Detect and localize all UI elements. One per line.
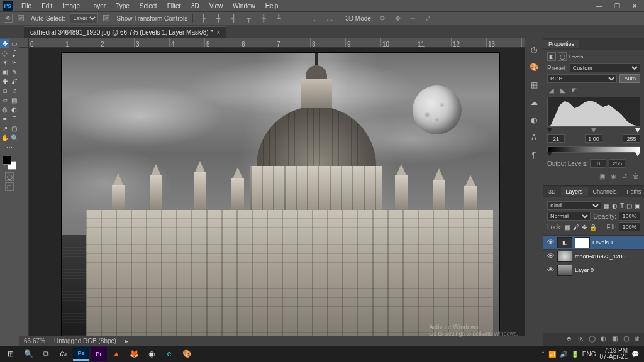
output-black-field[interactable] [590,159,606,168]
white-point-slider[interactable] [635,128,640,133]
start-button[interactable]: ⊞ [3,347,19,361]
visibility-toggle-icon[interactable]: 👁 [546,238,555,247]
show-transform-checkbox[interactable]: ✓ [103,15,109,21]
distribute-h-icon[interactable]: ⋯ [294,13,304,23]
tab-paths[interactable]: Paths [622,187,644,196]
healing-tool[interactable]: ✚ [0,77,9,86]
menu-layer[interactable]: Layer [85,1,111,11]
window-restore-icon[interactable]: ❐ [609,3,625,9]
tab-channels[interactable]: Channels [588,187,622,196]
layer-name[interactable]: moon-416973_1280 [575,253,626,260]
filter-type-icon[interactable]: T [620,202,624,209]
tray-battery-icon[interactable]: 🔋 [571,351,579,358]
hand-tool[interactable]: ✋ [0,133,9,143]
taskbar-firefox-icon[interactable]: 🦊 [126,347,142,361]
delete-layer-icon[interactable]: 🗑 [633,335,641,344]
menu-filter[interactable]: Filter [162,1,186,11]
marquee-tool[interactable]: ◌ [0,48,9,58]
gradient-tool[interactable]: ▤ [9,96,19,105]
taskbar-premiere-icon[interactable]: Pr [91,347,107,361]
ruler-origin[interactable] [19,38,29,48]
lock-position-icon[interactable]: ✥ [582,224,587,231]
menu-edit[interactable]: Edit [36,1,57,11]
scale-3d-icon[interactable]: ⤢ [423,13,433,23]
taskbar-vlc-icon[interactable]: ▲ [108,347,125,361]
output-sliders[interactable] [547,152,640,157]
artboard-tool[interactable]: ▭ [9,39,19,48]
layer-filter-kind[interactable]: Kind [547,201,601,210]
lock-transparency-icon[interactable]: ▦ [565,224,570,231]
tab-3d[interactable]: 3D [543,187,561,196]
black-point-sampler-icon[interactable]: ◢ [547,85,556,94]
filter-adjust-icon[interactable]: ◐ [612,202,618,209]
visibility-toggle-icon[interactable]: 👁 [546,252,555,261]
eraser-tool[interactable]: ▱ [0,96,9,105]
clip-to-layer-icon[interactable]: ▣ [597,172,606,180]
output-white-field[interactable] [609,159,625,168]
type-tool[interactable]: T [9,114,19,124]
output-black-slider[interactable] [547,152,552,156]
input-black-field[interactable] [547,134,565,143]
lock-pixels-icon[interactable]: 🖌 [573,224,579,231]
gamma-slider[interactable] [591,128,596,133]
frame-tool[interactable]: ▣ [0,67,9,77]
edit-toolbar[interactable]: ⋯ [5,143,14,152]
lasso-tool[interactable]: ʆ [9,48,19,58]
tab-layers[interactable]: Layers [561,187,588,196]
color-panel-icon[interactable]: 🎨 [528,62,540,73]
blur-tool[interactable]: ◍ [0,105,9,114]
quick-select-tool[interactable]: ✶ [0,58,9,67]
auto-levels-button[interactable]: Auto [619,74,640,83]
layer-fx-icon[interactable]: fx [576,335,585,344]
blend-mode-select[interactable]: Normal [547,212,591,221]
input-white-field[interactable] [623,134,640,143]
menu-help[interactable]: Help [260,1,284,11]
align-center-h-icon[interactable]: ╋ [213,13,223,23]
output-white-slider[interactable] [635,152,640,156]
taskbar-clock[interactable]: 7:19 PM 07-Apr-21 [600,348,628,360]
ruler-vertical[interactable] [19,48,29,346]
adjustments-panel-icon[interactable]: ◐ [528,114,540,126]
align-center-v-icon[interactable]: ╂ [258,13,269,23]
align-right-icon[interactable]: ┫ [228,13,238,23]
channel-select[interactable]: RGB [547,74,617,83]
menu-file[interactable]: File [16,1,36,11]
add-mask-icon[interactable]: ◯ [587,335,596,344]
tray-network-icon[interactable]: 📶 [548,351,556,358]
link-layers-icon[interactable]: ⬘ [565,335,574,344]
align-top-icon[interactable]: ┳ [243,13,253,23]
opacity-field[interactable] [619,212,640,221]
layer-row[interactable]: 👁 ◧ Levels 1 [543,236,644,250]
menu-view[interactable]: View [204,1,228,11]
document-canvas[interactable] [62,53,499,342]
pan-3d-icon[interactable]: ✥ [393,13,403,23]
gray-point-sampler-icon[interactable]: ◣ [558,85,567,94]
quick-mask-icon[interactable]: ◯ [5,172,14,181]
new-group-icon[interactable]: ▣ [610,335,619,344]
character-panel-icon[interactable]: A [528,132,540,143]
taskbar-paint-icon[interactable]: 🎨 [179,347,195,361]
foreground-color-swatch[interactable] [3,156,11,165]
file-explorer-icon[interactable]: 🗂 [55,347,72,361]
input-gamma-field[interactable] [585,134,602,143]
visibility-toggle-icon[interactable]: 👁 [546,266,555,275]
brush-tool[interactable]: 🖌 [9,77,19,86]
menu-3d[interactable]: 3D [186,1,204,11]
screen-mode-icon[interactable]: ▢ [5,182,14,191]
properties-tab[interactable]: Properties [543,40,579,48]
input-sliders[interactable] [547,128,640,133]
paragraph-panel-icon[interactable]: ¶ [528,150,540,161]
tray-language-icon[interactable]: ENG [582,351,596,358]
window-close-icon[interactable]: ✕ [626,3,643,9]
align-left-icon[interactable]: ┣ [198,13,208,23]
eyedropper-tool[interactable]: ✎ [9,67,19,77]
document-tab[interactable]: cathedral-3464891_1920.jpg @ 66.7% (Leve… [24,26,226,38]
clone-tool[interactable]: ⧉ [0,86,9,96]
color-swatches[interactable] [3,156,16,170]
reset-icon[interactable]: ↺ [620,172,629,180]
status-chevron-icon[interactable]: ▸ [125,337,128,344]
new-layer-icon[interactable]: ▢ [621,335,630,344]
layer-row[interactable]: 👁 Layer 0 [543,263,644,277]
more-align-icon[interactable]: … [325,13,335,23]
lock-all-icon[interactable]: 🔒 [589,224,597,231]
